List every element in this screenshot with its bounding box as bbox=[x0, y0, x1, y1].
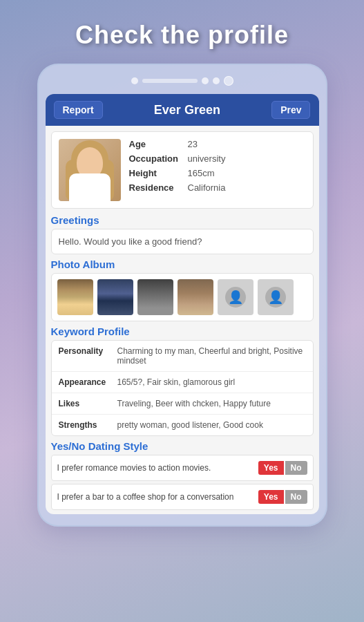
yesno-row2-text: I prefer a bar to a coffee shop for a co… bbox=[57, 492, 258, 502]
dot-1 bbox=[131, 77, 138, 84]
photo-1-inner bbox=[57, 279, 93, 315]
likes-label: Likes bbox=[59, 399, 117, 408]
height-value: 165cm bbox=[188, 168, 215, 178]
occupation-label: Occupation bbox=[129, 153, 188, 164]
yesno-row1-no[interactable]: No bbox=[285, 461, 307, 475]
photo-3[interactable] bbox=[137, 279, 173, 315]
dot-large bbox=[224, 76, 233, 86]
photo-2-inner bbox=[97, 279, 133, 315]
height-label: Height bbox=[129, 168, 188, 178]
personality-label: Personality bbox=[59, 346, 117, 356]
yesno-row2-btns: Yes No bbox=[258, 490, 307, 504]
age-value: 23 bbox=[188, 139, 198, 149]
prev-button[interactable]: Prev bbox=[271, 101, 310, 119]
strengths-label: Strengths bbox=[59, 420, 117, 430]
person-icon-1: 👤 bbox=[225, 287, 246, 308]
yesno-row1-btns: Yes No bbox=[258, 461, 307, 475]
yesno-row2-no[interactable]: No bbox=[285, 490, 307, 504]
yesno-row-2: I prefer a bar to a coffee shop for a co… bbox=[51, 484, 314, 510]
keyword-likes-row: Likes Traveling, Beer with chcken, Happy… bbox=[52, 393, 313, 415]
photo-2[interactable] bbox=[97, 279, 133, 315]
photo-3-inner bbox=[137, 279, 173, 315]
profile-info: Age 23 Occupation university Height 165c… bbox=[129, 139, 306, 201]
photo-4[interactable] bbox=[178, 279, 213, 315]
photo-album-title: Photo Album bbox=[51, 258, 314, 270]
photo-5-empty: 👤 bbox=[218, 279, 253, 315]
occupation-value: university bbox=[188, 153, 226, 164]
phone-frame: Report Ever Green Prev Age 23 Oc bbox=[37, 64, 327, 527]
appearance-label: Appearance bbox=[59, 377, 117, 387]
yesno-title: Yes/No Dating Style bbox=[51, 440, 314, 452]
dot-bar bbox=[142, 79, 198, 83]
keyword-strengths-row: Strengths pretty woman, good listener, G… bbox=[52, 415, 313, 435]
screen: Report Ever Green Prev Age 23 Oc bbox=[46, 94, 319, 514]
profile-section: Age 23 Occupation university Height 165c… bbox=[51, 131, 314, 209]
keyword-personality-row: Personality Charming to my man, Cheerful… bbox=[52, 341, 313, 372]
avatar-silhouette bbox=[59, 139, 121, 201]
avatar bbox=[59, 139, 121, 201]
photo-album: 👤 👤 bbox=[51, 273, 314, 321]
personality-value: Charming to my man, Cheerful and bright,… bbox=[117, 346, 306, 366]
photo-4-inner bbox=[178, 279, 213, 315]
yesno-row1-yes[interactable]: Yes bbox=[258, 461, 284, 475]
likes-value: Traveling, Beer with chcken, Happy futur… bbox=[117, 399, 306, 408]
appearance-value: 165/5?, Fair skin, glamorous girl bbox=[117, 377, 306, 387]
dot-3 bbox=[213, 77, 220, 84]
residence-label: Residence bbox=[129, 182, 188, 193]
residence-row: Residence California bbox=[129, 182, 306, 193]
keyword-appearance-row: Appearance 165/5?, Fair skin, glamorous … bbox=[52, 372, 313, 393]
greetings-text: Hello. Would you like a good friend? bbox=[51, 229, 314, 254]
yesno-row2-yes[interactable]: Yes bbox=[258, 490, 284, 504]
residence-value: California bbox=[188, 182, 226, 193]
report-button[interactable]: Report bbox=[54, 101, 103, 119]
strengths-value: pretty woman, good listener, Good cook bbox=[117, 420, 306, 430]
age-row: Age 23 bbox=[129, 139, 306, 149]
page-title: Check the profile bbox=[0, 21, 364, 50]
yesno-row-1: I prefer romance movies to action movies… bbox=[51, 455, 314, 481]
photo-6-empty: 👤 bbox=[258, 279, 294, 315]
age-label: Age bbox=[129, 139, 188, 149]
person-icon-2: 👤 bbox=[265, 287, 286, 308]
keyword-profile-title: Keyword Profile bbox=[51, 326, 314, 337]
yesno-row1-text: I prefer romance movies to action movies… bbox=[57, 463, 258, 473]
dot-2 bbox=[202, 77, 209, 84]
yesno-section: I prefer romance movies to action movies… bbox=[51, 455, 314, 510]
greetings-title: Greetings bbox=[51, 214, 314, 226]
header-bar: Report Ever Green Prev bbox=[46, 94, 319, 126]
avatar-body bbox=[69, 173, 111, 201]
height-row: Height 165cm bbox=[129, 168, 306, 178]
occupation-row: Occupation university bbox=[129, 153, 306, 164]
phone-dots-row bbox=[46, 76, 319, 86]
keyword-profile-box: Personality Charming to my man, Cheerful… bbox=[51, 340, 314, 436]
photo-1[interactable] bbox=[57, 279, 93, 315]
profile-name: Ever Green bbox=[154, 103, 220, 117]
